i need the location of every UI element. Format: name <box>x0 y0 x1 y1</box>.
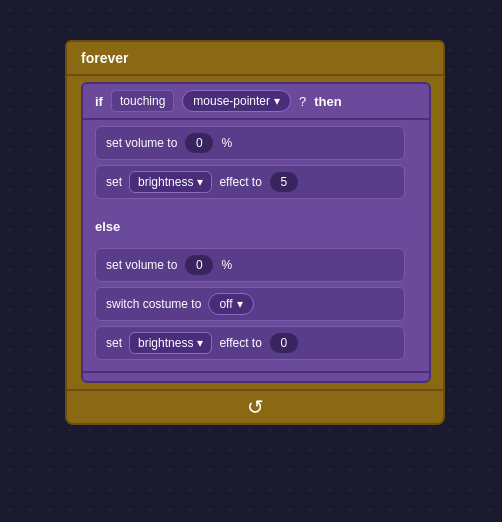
set-volume-then-block: set volume to 0 % <box>95 126 405 160</box>
brightness-else-dropdown[interactable]: brightness ▾ <box>129 332 212 354</box>
set-volume-then-label: set volume to <box>106 136 177 150</box>
touching-label: touching <box>111 90 174 112</box>
set-volume-else-label: set volume to <box>106 258 177 272</box>
off-dropdown[interactable]: off ▾ <box>208 293 253 315</box>
set-effect-then-block: set brightness ▾ effect to 5 <box>95 165 405 199</box>
off-value: off <box>219 297 232 311</box>
effect-to-then-label: effect to <box>219 175 261 189</box>
switch-costume-label: switch costume to <box>106 297 201 311</box>
effect-then-value[interactable]: 5 <box>269 171 299 193</box>
brightness-else-value: brightness <box>138 336 193 350</box>
brightness-then-value: brightness <box>138 175 193 189</box>
brightness-then-dropdown[interactable]: brightness ▾ <box>129 171 212 193</box>
mouse-pointer-value: mouse-pointer <box>193 94 270 108</box>
loop-arrow-icon: ↺ <box>247 395 264 419</box>
then-body: set volume to 0 % set brightness ▾ effec… <box>81 120 431 210</box>
forever-footer: ↺ <box>65 389 445 425</box>
if-label: if <box>95 94 103 109</box>
percent-then-label: % <box>221 136 232 150</box>
switch-costume-block: switch costume to off ▾ <box>95 287 405 321</box>
set-volume-then-value[interactable]: 0 <box>184 132 214 154</box>
else-label: else <box>95 219 120 234</box>
else-body: set volume to 0 % switch costume to off … <box>81 242 431 371</box>
chevron-down-icon: ▾ <box>237 297 243 311</box>
forever-block: forever if touching mouse-pointer ▾ ? th… <box>65 40 445 425</box>
question-mark: ? <box>299 94 306 109</box>
effect-else-value[interactable]: 0 <box>269 332 299 354</box>
forever-label: forever <box>81 50 128 66</box>
else-header: else <box>81 210 431 242</box>
chevron-down-icon: ▾ <box>197 175 203 189</box>
set-volume-else-block: set volume to 0 % <box>95 248 405 282</box>
then-label: then <box>314 94 341 109</box>
mouse-pointer-dropdown[interactable]: mouse-pointer ▾ <box>182 90 291 112</box>
set-else-label: set <box>106 336 122 350</box>
set-effect-else-block: set brightness ▾ effect to 0 <box>95 326 405 360</box>
percent-else-label: % <box>221 258 232 272</box>
chevron-down-icon: ▾ <box>197 336 203 350</box>
set-volume-else-value[interactable]: 0 <box>184 254 214 276</box>
effect-to-else-label: effect to <box>219 336 261 350</box>
chevron-down-icon: ▾ <box>274 94 280 108</box>
forever-header: forever <box>65 40 445 76</box>
if-footer <box>81 371 431 383</box>
set-then-label: set <box>106 175 122 189</box>
if-header: if touching mouse-pointer ▾ ? then <box>81 82 431 120</box>
if-block: if touching mouse-pointer ▾ ? then set v… <box>81 82 431 383</box>
forever-body: if touching mouse-pointer ▾ ? then set v… <box>65 76 445 389</box>
